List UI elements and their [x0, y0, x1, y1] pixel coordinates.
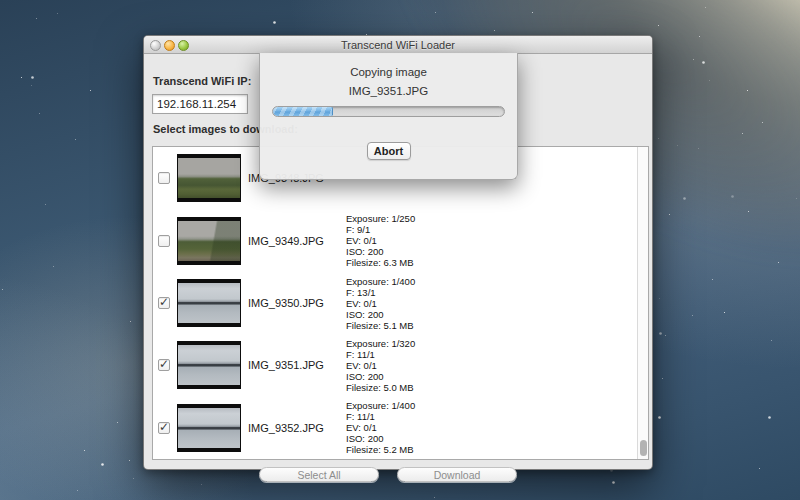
exif-detail: Exposure: 1/250: [346, 213, 415, 224]
scrollbar-thumb[interactable]: [640, 440, 647, 456]
exif-detail: Filesize: 6.3 MB: [346, 257, 415, 268]
exif-detail: Filesize: 5.1 MB: [346, 320, 415, 331]
image-checkbox[interactable]: [158, 172, 170, 184]
exif-detail: Exposure: 1/400: [346, 400, 415, 411]
image-filename: IMG_9350.JPG: [248, 297, 346, 309]
image-filename: IMG_9352.JPG: [248, 422, 346, 434]
image-thumbnail: [177, 217, 241, 265]
image-list-rows: IMG_9348.JPG IMG_9349.JPG Exposure: 1/25…: [153, 147, 638, 459]
window-title: Transcend WiFi Loader: [144, 36, 652, 54]
image-filename: IMG_9349.JPG: [248, 235, 346, 247]
exif-detail: EV: 0/1: [346, 298, 415, 309]
dialog-title: Copying image: [260, 66, 517, 78]
exif-detail: Filesize: 5.0 MB: [346, 382, 415, 393]
exif-detail: ISO: 200: [346, 309, 415, 320]
list-item[interactable]: IMG_9352.JPG Exposure: 1/400F: 11/1EV: 0…: [153, 397, 638, 459]
exif-detail: F: 13/1: [346, 287, 415, 298]
exif-detail: Filesize: 5.2 MB: [346, 444, 415, 455]
list-item[interactable]: IMG_9350.JPG Exposure: 1/400F: 13/1EV: 0…: [153, 272, 638, 334]
exif-detail: F: 9/1: [346, 224, 415, 235]
exif-details: Exposure: 1/250F: 9/1EV: 0/1ISO: 200File…: [346, 213, 415, 268]
window-titlebar[interactable]: Transcend WiFi Loader: [144, 36, 652, 54]
ip-input[interactable]: [152, 94, 248, 114]
exif-detail: F: 11/1: [346, 411, 415, 422]
list-item[interactable]: IMG_9351.JPG Exposure: 1/320F: 11/1EV: 0…: [153, 334, 638, 396]
list-item[interactable]: IMG_9349.JPG Exposure: 1/250F: 9/1EV: 0/…: [153, 209, 638, 271]
exif-detail: EV: 0/1: [346, 422, 415, 433]
select-all-button[interactable]: Select All: [259, 467, 379, 482]
image-checkbox[interactable]: [158, 235, 170, 247]
image-thumbnail: [177, 404, 241, 452]
copy-progress-dialog: Copying image IMG_9351.JPG Abort: [259, 53, 518, 180]
exif-detail: Exposure: 1/400: [346, 276, 415, 287]
progress-fill: [273, 107, 333, 116]
exif-detail: ISO: 200: [346, 371, 415, 382]
desktop-wallpaper: Transcend WiFi Loader Transcend WiFi IP:…: [0, 0, 800, 500]
exif-detail: Exposure: 1/320: [346, 338, 415, 349]
image-thumbnail: [177, 154, 241, 202]
exif-details: Exposure: 1/400F: 13/1EV: 0/1ISO: 200Fil…: [346, 276, 415, 331]
app-window: Transcend WiFi Loader Transcend WiFi IP:…: [143, 35, 653, 470]
progress-bar: [272, 106, 505, 117]
exif-detail: EV: 0/1: [346, 360, 415, 371]
image-list[interactable]: IMG_9348.JPG IMG_9349.JPG Exposure: 1/25…: [152, 146, 649, 460]
image-checkbox[interactable]: [158, 422, 170, 434]
download-button[interactable]: Download: [397, 467, 517, 482]
image-thumbnail: [177, 279, 241, 327]
image-thumbnail: [177, 341, 241, 389]
scrollbar[interactable]: [637, 147, 648, 459]
exif-detail: ISO: 200: [346, 433, 415, 444]
image-checkbox[interactable]: [158, 297, 170, 309]
exif-detail: ISO: 200: [346, 246, 415, 257]
ip-label: Transcend WiFi IP:: [153, 75, 251, 87]
image-checkbox[interactable]: [158, 359, 170, 371]
exif-detail: F: 11/1: [346, 349, 415, 360]
exif-details: Exposure: 1/320F: 11/1EV: 0/1ISO: 200Fil…: [346, 338, 415, 393]
exif-details: Exposure: 1/400F: 11/1EV: 0/1ISO: 200Fil…: [346, 400, 415, 455]
abort-button[interactable]: Abort: [367, 142, 411, 160]
dialog-filename: IMG_9351.JPG: [260, 85, 517, 97]
exif-detail: EV: 0/1: [346, 235, 415, 246]
image-filename: IMG_9351.JPG: [248, 359, 346, 371]
